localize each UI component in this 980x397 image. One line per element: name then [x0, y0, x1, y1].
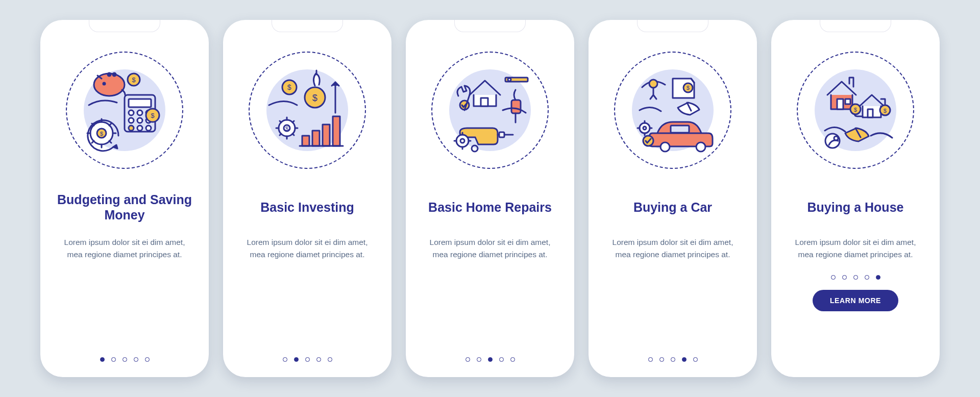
screen-title: Budgeting and Saving Money: [55, 191, 194, 223]
dot-3[interactable]: [853, 275, 858, 280]
screen-body: Lorem ipsum dolor sit ei dim amet, mea r…: [58, 236, 191, 261]
svg-point-16: [146, 126, 151, 131]
phone-notch: [89, 20, 160, 32]
illustration-container: $ $ $: [249, 52, 366, 169]
dot-3[interactable]: [671, 357, 675, 362]
dot-5[interactable]: [510, 357, 515, 362]
dot-1[interactable]: [283, 357, 287, 362]
screen-title: Basic Investing: [260, 191, 354, 223]
illustration-container: $ $ $: [66, 52, 183, 169]
onboarding-screen-3: Basic Home Repairs Lorem ipsum dolor sit…: [406, 20, 574, 377]
home-repairs-icon: [439, 59, 541, 161]
dot-4[interactable]: [682, 357, 687, 362]
svg-point-2: [113, 73, 116, 76]
svg-rect-32: [333, 116, 340, 146]
buying-house-icon: $ $: [804, 59, 906, 161]
dot-3[interactable]: [488, 357, 493, 362]
pagination-dots: [100, 357, 150, 362]
dot-1[interactable]: [648, 357, 653, 362]
dot-4[interactable]: [865, 275, 869, 280]
dot-4[interactable]: [134, 357, 138, 362]
svg-point-9: [137, 110, 142, 115]
svg-text:$: $: [287, 83, 291, 91]
dot-1[interactable]: [831, 275, 836, 280]
svg-text:$: $: [854, 107, 857, 113]
phone-notch: [820, 20, 891, 32]
svg-rect-47: [671, 126, 689, 133]
phone-notch: [637, 20, 708, 32]
dot-4[interactable]: [316, 357, 321, 362]
illustration-container: $ $: [797, 52, 914, 169]
svg-text:$: $: [285, 126, 288, 132]
phone-notch: [454, 20, 526, 32]
dot-5[interactable]: [328, 357, 332, 362]
svg-point-11: [129, 118, 134, 123]
dot-2[interactable]: [659, 357, 664, 362]
pagination-dots: [283, 357, 332, 362]
dot-3[interactable]: [122, 357, 127, 362]
svg-text:$: $: [687, 85, 690, 91]
budgeting-icon: $ $ $: [74, 59, 176, 161]
screen-title: Buying a Car: [633, 191, 712, 223]
dot-2[interactable]: [842, 275, 847, 280]
svg-rect-52: [845, 99, 850, 104]
svg-point-42: [649, 80, 657, 88]
svg-point-1: [108, 73, 111, 76]
screen-body: Lorem ipsum dolor sit ei dim amet, mea r…: [424, 236, 556, 261]
svg-point-14: [129, 126, 134, 131]
svg-rect-33: [481, 98, 488, 106]
screen-body: Lorem ipsum dolor sit ei dim amet, mea r…: [606, 236, 739, 261]
pagination-dots: [465, 357, 515, 362]
pagination-dots: [831, 275, 880, 280]
onboarding-screen-1: $ $ $ Budgeting and Saving Money Lorem i…: [40, 20, 209, 377]
screen-title: Buying a House: [807, 191, 904, 223]
illustration-container: $: [614, 52, 731, 169]
svg-rect-51: [837, 99, 843, 109]
svg-text:$: $: [312, 93, 317, 103]
svg-rect-29: [302, 136, 309, 146]
pagination-dots: [648, 357, 698, 362]
screen-body: Lorem ipsum dolor sit ei dim amet, mea r…: [241, 236, 374, 261]
svg-text:$: $: [100, 131, 103, 137]
dot-3[interactable]: [305, 357, 310, 362]
screen-body: Lorem ipsum dolor sit ei dim amet, mea r…: [789, 236, 922, 261]
dot-5[interactable]: [693, 357, 698, 362]
screen-title: Basic Home Repairs: [428, 191, 552, 223]
onboarding-screen-4: $ Buying a Car Lorem ipsum dolor sit ei …: [589, 20, 757, 377]
svg-point-8: [129, 110, 134, 115]
buying-car-icon: $: [622, 59, 724, 161]
svg-point-3: [103, 83, 105, 85]
dot-4[interactable]: [499, 357, 504, 362]
learn-more-button[interactable]: LEARN MORE: [813, 290, 898, 311]
investing-icon: $ $ $: [256, 59, 358, 161]
illustration-container: [431, 52, 549, 169]
onboarding-screen-5: $ $ Buying a House Lorem ipsum dolor sit…: [771, 20, 940, 377]
dot-5[interactable]: [145, 357, 150, 362]
svg-point-46: [696, 142, 705, 152]
svg-rect-31: [323, 125, 330, 146]
onboarding-screen-2: $ $ $ Basic Investing Lorem ipsum dolor: [223, 20, 391, 377]
svg-text:$: $: [151, 112, 155, 119]
dot-1[interactable]: [100, 357, 105, 362]
svg-point-49: [640, 123, 650, 133]
svg-point-40: [456, 135, 469, 147]
svg-point-36: [508, 78, 511, 81]
svg-point-39: [472, 145, 478, 152]
svg-rect-37: [511, 100, 521, 113]
dot-1[interactable]: [465, 357, 470, 362]
dot-2[interactable]: [477, 357, 481, 362]
dot-5[interactable]: [876, 275, 880, 280]
phone-notch: [272, 20, 343, 32]
svg-rect-38: [499, 132, 504, 137]
svg-point-15: [137, 126, 142, 131]
dot-2[interactable]: [111, 357, 116, 362]
svg-point-45: [660, 142, 670, 152]
dot-2[interactable]: [294, 357, 299, 362]
svg-rect-53: [868, 109, 873, 117]
svg-text:$: $: [132, 76, 136, 84]
svg-text:$: $: [884, 108, 887, 114]
svg-point-12: [137, 118, 142, 123]
svg-rect-7: [129, 99, 151, 107]
svg-rect-30: [312, 131, 320, 146]
